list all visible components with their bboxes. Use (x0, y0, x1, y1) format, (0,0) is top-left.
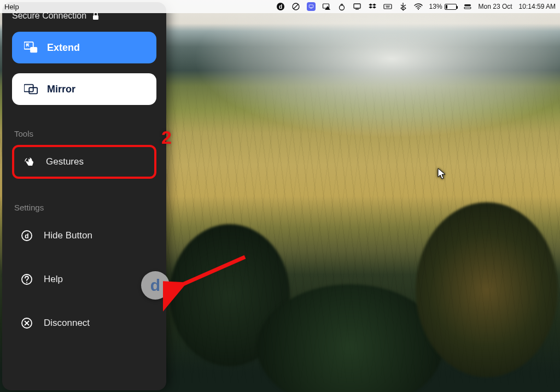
svg-rect-18 (30, 47, 37, 52)
hide-button-button[interactable]: d Hide Button (12, 219, 156, 253)
mac-menubar: Help d 13% Mon 23 Oct 10:14:59 AM (0, 0, 560, 13)
gestures-button[interactable]: Gestures (12, 145, 156, 179)
d-circle-icon: d (21, 230, 33, 242)
battery-indicator[interactable]: 13% (429, 3, 457, 10)
annotation-arrow (163, 246, 250, 312)
svg-rect-4 (309, 5, 313, 8)
help-button[interactable]: Help (12, 262, 156, 296)
extend-label: Extend (47, 42, 80, 54)
control-center-icon[interactable] (463, 2, 472, 11)
decorative-tree (416, 202, 558, 377)
screen-mirror-icon[interactable] (322, 2, 331, 11)
extend-icon (24, 42, 38, 54)
d-badge-letter: d (150, 276, 160, 295)
battery-percent-label: 13% (429, 3, 442, 10)
hide-button-label: Hide Button (44, 230, 92, 241)
mirror-label: Mirror (47, 84, 75, 95)
svg-point-24 (26, 282, 27, 283)
svg-text:d: d (278, 4, 282, 10)
close-circle-icon (21, 317, 33, 329)
svg-rect-14 (464, 4, 471, 6)
mirror-button[interactable]: Mirror (12, 73, 156, 105)
svg-rect-10 (384, 4, 392, 9)
extend-button[interactable]: Extend (12, 32, 156, 63)
svg-rect-8 (354, 4, 360, 8)
tools-heading: Tools (14, 129, 156, 138)
wifi-icon[interactable] (414, 2, 423, 11)
menubar-time[interactable]: 10:14:59 AM (519, 3, 556, 10)
svg-point-13 (418, 9, 419, 10)
decorative-tree (257, 284, 443, 392)
display-icon[interactable] (353, 2, 361, 11)
screenshare-icon[interactable] (307, 2, 316, 11)
question-circle-icon (21, 273, 33, 285)
sidebar-panel: Secure Connection Extend Mirror Tools Ge… (2, 2, 166, 390)
gesture-icon (23, 156, 35, 168)
pomodoro-icon[interactable] (337, 2, 346, 11)
help-label: Help (44, 274, 63, 285)
svg-text:d: d (25, 232, 28, 240)
disconnect-label: Disconnect (44, 318, 90, 329)
mouse-cursor (438, 168, 447, 180)
svg-line-28 (177, 257, 245, 287)
svg-rect-5 (310, 8, 312, 9)
gestures-label: Gestures (46, 156, 84, 167)
mirror-icon (24, 83, 38, 95)
do-not-disturb-icon[interactable] (291, 2, 300, 11)
bluetooth-icon[interactable] (399, 2, 407, 11)
menu-help[interactable]: Help (4, 3, 19, 11)
svg-rect-16 (93, 15, 98, 20)
keyboard-icon[interactable] (383, 2, 392, 11)
settings-heading: Settings (14, 203, 156, 212)
svg-point-7 (339, 5, 344, 10)
menubar-date[interactable]: Mon 23 Oct (479, 3, 512, 10)
annotation-step-number: 2 (161, 127, 172, 148)
svg-rect-15 (464, 7, 471, 9)
svg-line-3 (294, 4, 298, 9)
app-d-icon[interactable]: d (276, 2, 285, 11)
dropbox-icon[interactable] (368, 2, 377, 11)
disconnect-button[interactable]: Disconnect (12, 306, 156, 340)
